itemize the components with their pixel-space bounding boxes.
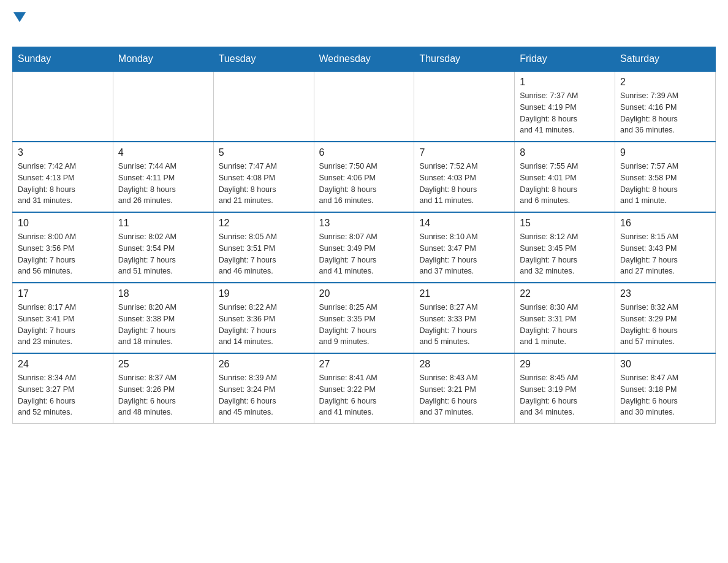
calendar-day: 18Sunrise: 8:20 AM Sunset: 3:38 PM Dayli… — [113, 283, 213, 353]
calendar-day: 19Sunrise: 8:22 AM Sunset: 3:36 PM Dayli… — [213, 283, 314, 353]
day-number: 30 — [620, 359, 710, 370]
calendar-day: 11Sunrise: 8:02 AM Sunset: 3:54 PM Dayli… — [113, 212, 213, 283]
calendar-day: 12Sunrise: 8:05 AM Sunset: 3:51 PM Dayli… — [213, 212, 314, 283]
day-number: 20 — [319, 288, 409, 299]
day-number: 8 — [520, 147, 610, 158]
calendar-day — [113, 71, 213, 142]
day-info: Sunrise: 8:27 AM Sunset: 3:33 PM Dayligh… — [419, 302, 509, 348]
day-number: 18 — [118, 288, 208, 299]
calendar-day: 25Sunrise: 8:37 AM Sunset: 3:26 PM Dayli… — [113, 353, 213, 424]
day-info: Sunrise: 8:32 AM Sunset: 3:29 PM Dayligh… — [620, 302, 710, 348]
calendar-day: 7Sunrise: 7:52 AM Sunset: 4:03 PM Daylig… — [414, 142, 515, 212]
calendar-day: 4Sunrise: 7:44 AM Sunset: 4:11 PM Daylig… — [113, 142, 213, 212]
calendar-day — [213, 71, 314, 142]
calendar-day: 13Sunrise: 8:07 AM Sunset: 3:49 PM Dayli… — [314, 212, 414, 283]
calendar-day: 21Sunrise: 8:27 AM Sunset: 3:33 PM Dayli… — [414, 283, 515, 353]
calendar-week-row: 17Sunrise: 8:17 AM Sunset: 3:41 PM Dayli… — [13, 283, 716, 353]
calendar-day: 14Sunrise: 8:10 AM Sunset: 3:47 PM Dayli… — [414, 212, 515, 283]
day-info: Sunrise: 8:47 AM Sunset: 3:18 PM Dayligh… — [620, 372, 710, 418]
day-number: 15 — [520, 218, 610, 229]
day-header-friday: Friday — [515, 47, 615, 72]
calendar-day: 17Sunrise: 8:17 AM Sunset: 3:41 PM Dayli… — [13, 283, 113, 353]
day-header-monday: Monday — [113, 47, 213, 72]
day-number: 24 — [18, 359, 108, 370]
day-info: Sunrise: 8:34 AM Sunset: 3:27 PM Dayligh… — [18, 372, 108, 418]
calendar-week-row: 3Sunrise: 7:42 AM Sunset: 4:13 PM Daylig… — [13, 142, 716, 212]
day-info: Sunrise: 8:25 AM Sunset: 3:35 PM Dayligh… — [319, 302, 409, 348]
day-number: 23 — [620, 288, 710, 299]
day-number: 4 — [118, 147, 208, 158]
day-info: Sunrise: 8:02 AM Sunset: 3:54 PM Dayligh… — [118, 231, 208, 277]
day-header-thursday: Thursday — [414, 47, 515, 72]
calendar-week-row: 10Sunrise: 8:00 AM Sunset: 3:56 PM Dayli… — [13, 212, 716, 283]
calendar-day: 20Sunrise: 8:25 AM Sunset: 3:35 PM Dayli… — [314, 283, 414, 353]
calendar-day: 15Sunrise: 8:12 AM Sunset: 3:45 PM Dayli… — [515, 212, 615, 283]
day-info: Sunrise: 7:39 AM Sunset: 4:16 PM Dayligh… — [620, 90, 710, 136]
day-info: Sunrise: 7:44 AM Sunset: 4:11 PM Dayligh… — [118, 161, 208, 207]
day-info: Sunrise: 8:37 AM Sunset: 3:26 PM Dayligh… — [118, 372, 208, 418]
day-info: Sunrise: 8:10 AM Sunset: 3:47 PM Dayligh… — [419, 231, 509, 277]
day-info: Sunrise: 7:52 AM Sunset: 4:03 PM Dayligh… — [419, 161, 509, 207]
calendar-week-row: 24Sunrise: 8:34 AM Sunset: 3:27 PM Dayli… — [13, 353, 716, 424]
day-info: Sunrise: 8:07 AM Sunset: 3:49 PM Dayligh… — [319, 231, 409, 277]
day-info: Sunrise: 8:45 AM Sunset: 3:19 PM Dayligh… — [520, 372, 610, 418]
day-number: 26 — [219, 359, 309, 370]
day-number: 1 — [520, 77, 610, 88]
day-number: 11 — [118, 218, 208, 229]
day-header-wednesday: Wednesday — [314, 47, 414, 72]
calendar-day: 22Sunrise: 8:30 AM Sunset: 3:31 PM Dayli… — [515, 283, 615, 353]
calendar-day: 26Sunrise: 8:39 AM Sunset: 3:24 PM Dayli… — [213, 353, 314, 424]
calendar-day: 16Sunrise: 8:15 AM Sunset: 3:43 PM Dayli… — [615, 212, 716, 283]
day-number: 10 — [18, 218, 108, 229]
calendar-day: 6Sunrise: 7:50 AM Sunset: 4:06 PM Daylig… — [314, 142, 414, 212]
calendar-week-row: 1Sunrise: 7:37 AM Sunset: 4:19 PM Daylig… — [13, 71, 716, 142]
calendar-day: 28Sunrise: 8:43 AM Sunset: 3:21 PM Dayli… — [414, 353, 515, 424]
day-number: 7 — [419, 147, 509, 158]
calendar-day: 2Sunrise: 7:39 AM Sunset: 4:16 PM Daylig… — [615, 71, 716, 142]
day-info: Sunrise: 7:37 AM Sunset: 4:19 PM Dayligh… — [520, 90, 610, 136]
day-header-tuesday: Tuesday — [213, 47, 314, 72]
calendar-day: 9Sunrise: 7:57 AM Sunset: 3:58 PM Daylig… — [615, 142, 716, 212]
calendar-day: 27Sunrise: 8:41 AM Sunset: 3:22 PM Dayli… — [314, 353, 414, 424]
day-number: 13 — [319, 218, 409, 229]
day-number: 3 — [18, 147, 108, 158]
calendar-day — [414, 71, 515, 142]
calendar-day: 1Sunrise: 7:37 AM Sunset: 4:19 PM Daylig… — [515, 71, 615, 142]
day-info: Sunrise: 8:20 AM Sunset: 3:38 PM Dayligh… — [118, 302, 208, 348]
day-header-saturday: Saturday — [615, 47, 716, 72]
day-info: Sunrise: 8:30 AM Sunset: 3:31 PM Dayligh… — [520, 302, 610, 348]
calendar-day: 8Sunrise: 7:55 AM Sunset: 4:01 PM Daylig… — [515, 142, 615, 212]
day-number: 14 — [419, 218, 509, 229]
day-info: Sunrise: 8:22 AM Sunset: 3:36 PM Dayligh… — [219, 302, 309, 348]
calendar-header-row: SundayMondayTuesdayWednesdayThursdayFrid… — [13, 47, 716, 72]
day-number: 25 — [118, 359, 208, 370]
calendar-table: SundayMondayTuesdayWednesdayThursdayFrid… — [12, 47, 716, 424]
day-info: Sunrise: 7:50 AM Sunset: 4:06 PM Dayligh… — [319, 161, 409, 207]
day-header-sunday: Sunday — [13, 47, 113, 72]
calendar-day: 24Sunrise: 8:34 AM Sunset: 3:27 PM Dayli… — [13, 353, 113, 424]
day-number: 17 — [18, 288, 108, 299]
day-number: 9 — [620, 147, 710, 158]
calendar-day: 23Sunrise: 8:32 AM Sunset: 3:29 PM Dayli… — [615, 283, 716, 353]
logo — [12, 12, 26, 40]
day-number: 28 — [419, 359, 509, 370]
calendar-day: 10Sunrise: 8:00 AM Sunset: 3:56 PM Dayli… — [13, 212, 113, 283]
calendar-day — [314, 71, 414, 142]
day-info: Sunrise: 8:17 AM Sunset: 3:41 PM Dayligh… — [18, 302, 108, 348]
day-number: 22 — [520, 288, 610, 299]
day-number: 27 — [319, 359, 409, 370]
day-info: Sunrise: 8:43 AM Sunset: 3:21 PM Dayligh… — [419, 372, 509, 418]
day-number: 6 — [319, 147, 409, 158]
day-info: Sunrise: 7:57 AM Sunset: 3:58 PM Dayligh… — [620, 161, 710, 207]
day-number: 19 — [219, 288, 309, 299]
day-number: 2 — [620, 77, 710, 88]
day-number: 21 — [419, 288, 509, 299]
calendar-day — [13, 71, 113, 142]
day-info: Sunrise: 8:05 AM Sunset: 3:51 PM Dayligh… — [219, 231, 309, 277]
day-number: 29 — [520, 359, 610, 370]
day-info: Sunrise: 8:39 AM Sunset: 3:24 PM Dayligh… — [219, 372, 309, 418]
calendar-day: 3Sunrise: 7:42 AM Sunset: 4:13 PM Daylig… — [13, 142, 113, 212]
day-info: Sunrise: 7:42 AM Sunset: 4:13 PM Dayligh… — [18, 161, 108, 207]
day-info: Sunrise: 8:41 AM Sunset: 3:22 PM Dayligh… — [319, 372, 409, 418]
day-info: Sunrise: 7:55 AM Sunset: 4:01 PM Dayligh… — [520, 161, 610, 207]
